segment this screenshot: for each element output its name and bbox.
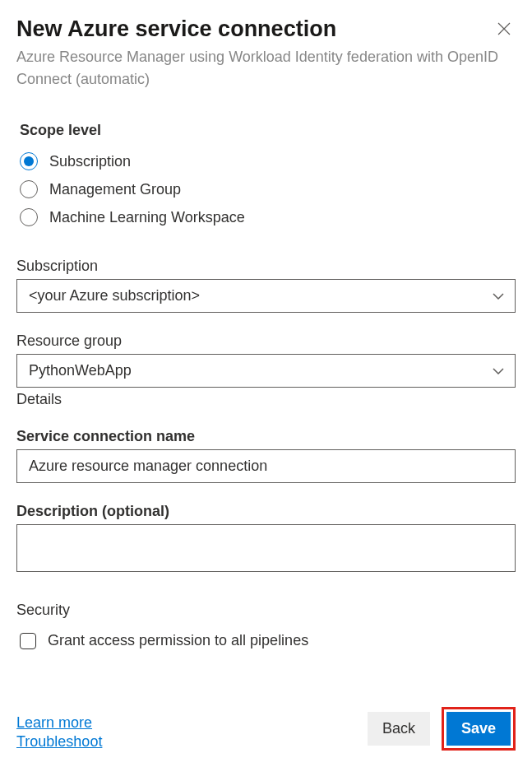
checkbox-icon bbox=[20, 633, 36, 649]
radio-label: Management Group bbox=[49, 181, 181, 198]
save-button-highlight: Save bbox=[442, 707, 516, 751]
resource-group-select[interactable] bbox=[16, 354, 516, 388]
resource-group-label: Resource group bbox=[16, 332, 516, 350]
radio-ml-workspace[interactable]: Machine Learning Workspace bbox=[20, 208, 516, 226]
subscription-select[interactable] bbox=[16, 279, 516, 313]
subscription-label: Subscription bbox=[16, 258, 516, 275]
back-button[interactable]: Back bbox=[368, 712, 430, 746]
footer-buttons: Back Save bbox=[368, 707, 516, 751]
radio-subscription[interactable]: Subscription bbox=[20, 152, 516, 170]
radio-label: Machine Learning Workspace bbox=[49, 209, 245, 226]
footer-links: Learn more Troubleshoot bbox=[16, 714, 102, 751]
radio-icon bbox=[20, 208, 38, 226]
page-subtitle: Azure Resource Manager using Workload Id… bbox=[16, 46, 516, 91]
scope-level-label: Scope level bbox=[20, 122, 516, 139]
save-button[interactable]: Save bbox=[446, 712, 511, 746]
troubleshoot-link[interactable]: Troubleshoot bbox=[16, 733, 102, 751]
description-label: Description (optional) bbox=[16, 503, 516, 520]
close-icon bbox=[497, 22, 511, 35]
radio-icon bbox=[20, 152, 38, 170]
grant-access-checkbox-item[interactable]: Grant access permission to all pipelines bbox=[20, 632, 516, 649]
scope-radio-group: Subscription Management Group Machine Le… bbox=[20, 152, 516, 226]
details-label: Details bbox=[16, 391, 516, 408]
security-heading: Security bbox=[16, 602, 516, 619]
checkbox-label: Grant access permission to all pipelines bbox=[48, 632, 308, 649]
connection-name-input[interactable] bbox=[16, 449, 516, 483]
radio-icon bbox=[20, 180, 38, 198]
radio-label: Subscription bbox=[49, 153, 131, 170]
radio-management-group[interactable]: Management Group bbox=[20, 180, 516, 198]
learn-more-link[interactable]: Learn more bbox=[16, 714, 102, 732]
close-button[interactable] bbox=[493, 16, 516, 43]
page-title: New Azure service connection bbox=[16, 16, 336, 42]
connection-name-label: Service connection name bbox=[16, 428, 516, 445]
description-input[interactable] bbox=[16, 524, 516, 572]
